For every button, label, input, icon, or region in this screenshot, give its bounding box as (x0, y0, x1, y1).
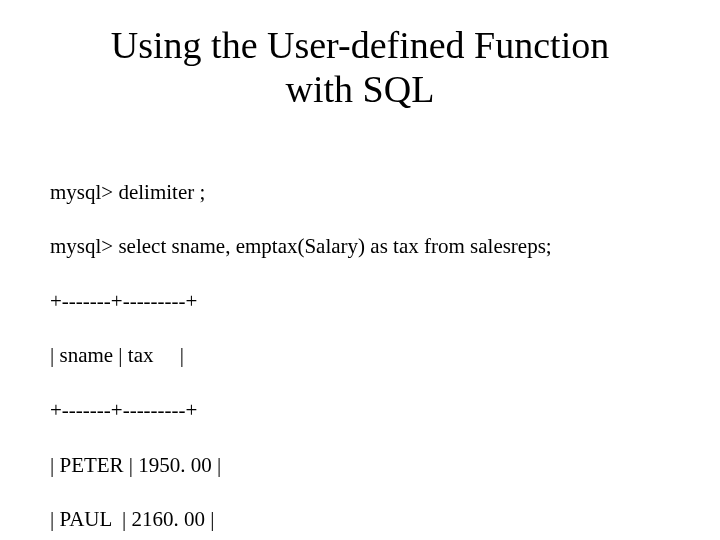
sql-output-block: mysql> delimiter ; mysql> select sname, … (50, 151, 670, 540)
code-line: | PAUL | 2160. 00 | (50, 506, 670, 533)
code-line: +-------+---------+ (50, 288, 670, 315)
code-line: +-------+---------+ (50, 397, 670, 424)
code-line: | sname | tax | (50, 342, 670, 369)
code-line: | PETER | 1950. 00 | (50, 452, 670, 479)
code-line: mysql> delimiter ; (50, 179, 670, 206)
code-line: mysql> select sname, emptax(Salary) as t… (50, 233, 670, 260)
slide-title: Using the User-defined Functionwith SQL (50, 24, 670, 111)
